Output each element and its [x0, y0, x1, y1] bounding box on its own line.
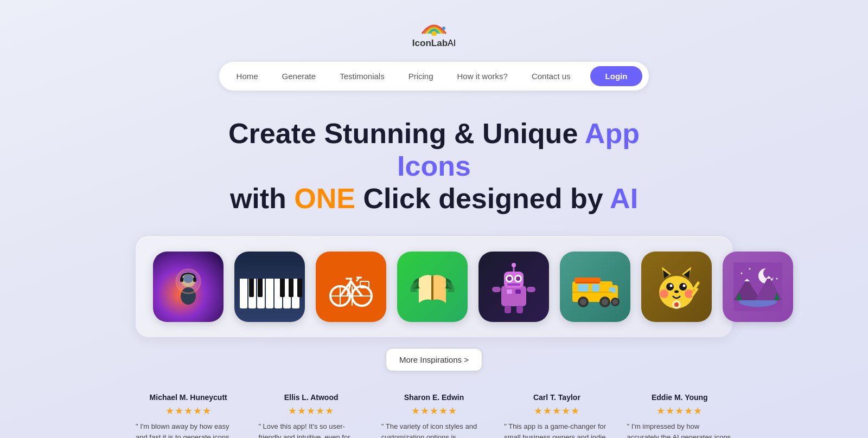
svg-rect-37: [516, 306, 523, 313]
svg-point-61: [674, 291, 679, 293]
app-icon-3: [316, 252, 386, 322]
nav-pricing[interactable]: Pricing: [398, 67, 444, 85]
svg-point-30: [516, 276, 520, 281]
svg-rect-34: [492, 287, 501, 292]
testimonial-stars-3: ★★★★★: [504, 405, 609, 417]
testimonial-card-0: Michael M. Huneycutt ★★★★★ " I'm blown a…: [136, 393, 241, 438]
page-wrapper: IconLabAI Home Generate Testimonials Pri…: [0, 0, 868, 438]
testimonial-stars-0: ★★★★★: [136, 405, 241, 417]
icons-showcase: [136, 236, 732, 337]
testimonial-card-4: Eddie M. Young ★★★★★ " I'm impressed by …: [627, 393, 732, 438]
testimonial-card-1: Ellis L. Atwood ★★★★★ " Love this app! I…: [258, 393, 363, 438]
svg-point-50: [612, 299, 618, 305]
svg-point-5: [183, 274, 193, 283]
app-icon-4: [397, 252, 468, 322]
testimonial-card-3: Carl T. Taylor ★★★★★ " This app is a gam…: [504, 393, 609, 438]
svg-rect-43: [592, 284, 599, 292]
testimonials-section: Michael M. Huneycutt ★★★★★ " I'm blown a…: [136, 393, 732, 438]
login-button[interactable]: Login: [590, 66, 643, 86]
svg-point-8: [181, 287, 196, 305]
hero-title: Create Stunning & Unique App Icons with …: [222, 118, 646, 215]
svg-point-57: [670, 285, 673, 287]
svg-point-29: [507, 276, 512, 281]
nav-testimonials[interactable]: Testimonials: [329, 67, 395, 85]
more-inspirations-button[interactable]: More Inspirations >: [386, 348, 482, 371]
hero-section: Create Stunning & Unique App Icons with …: [222, 118, 646, 215]
logo-area: IconLabAI: [412, 16, 456, 49]
testimonial-stars-1: ★★★★★: [258, 405, 363, 417]
testimonial-text-0: " I'm blown away by how easy and fast it…: [136, 421, 241, 438]
svg-point-75: [749, 268, 751, 270]
testimonial-text-2: " The variety of icon styles and customi…: [381, 421, 487, 438]
nav-contact[interactable]: Contact us: [521, 67, 582, 85]
svg-point-48: [602, 299, 608, 305]
testimonial-text-3: " This app is a game-changer for small b…: [504, 421, 609, 438]
svg-rect-36: [505, 306, 511, 313]
svg-rect-7: [193, 278, 196, 282]
svg-rect-38: [507, 289, 512, 294]
svg-rect-25: [501, 286, 526, 306]
nav-generate[interactable]: Generate: [271, 67, 327, 85]
svg-point-33: [512, 263, 516, 267]
app-icon-1: [153, 252, 224, 322]
app-icon-8: [723, 252, 793, 322]
svg-line-22: [350, 279, 351, 281]
hero-line1-start: Create Stunning & Unique: [228, 118, 585, 149]
testimonial-name-4: Eddie M. Young: [627, 393, 732, 402]
testimonial-text-1: " Love this app! It's so user-friendly a…: [258, 421, 363, 438]
logo-icon: [420, 16, 448, 36]
svg-rect-24: [431, 276, 433, 300]
testimonial-card-2: Sharon E. Edwin ★★★★★ " The variety of i…: [381, 393, 487, 438]
ai-badge: AI: [448, 38, 456, 48]
svg-point-76: [776, 278, 778, 280]
svg-rect-52: [576, 282, 599, 284]
app-icon-6: [560, 252, 630, 322]
hero-line2-start: with: [230, 183, 294, 214]
svg-rect-39: [515, 289, 521, 294]
svg-rect-6: [180, 278, 183, 282]
testimonial-text-4: " I'm impressed by how accurately the AI…: [627, 421, 732, 438]
svg-point-63: [674, 302, 679, 307]
svg-point-1: [442, 27, 445, 30]
svg-point-55: [666, 283, 674, 291]
svg-point-56: [679, 283, 687, 291]
svg-rect-42: [578, 284, 589, 292]
svg-rect-31: [507, 284, 520, 286]
testimonial-name-1: Ellis L. Atwood: [258, 393, 363, 402]
testimonial-stars-2: ★★★★★: [381, 405, 487, 417]
testimonial-stars-4: ★★★★★: [627, 405, 732, 417]
svg-rect-35: [527, 287, 535, 292]
app-icon-2: [234, 252, 305, 322]
hero-ai-highlight: AI: [610, 183, 638, 214]
svg-point-58: [683, 285, 686, 287]
testimonial-name-2: Sharon E. Edwin: [381, 393, 487, 402]
logo-text: IconLabAI: [412, 38, 456, 49]
nav-home[interactable]: Home: [226, 67, 269, 85]
nav-bar: Home Generate Testimonials Pricing How i…: [219, 62, 649, 91]
svg-point-74: [741, 273, 743, 274]
testimonial-name-3: Carl T. Taylor: [504, 393, 609, 402]
svg-point-46: [580, 299, 586, 305]
svg-point-59: [660, 289, 668, 298]
app-icon-5: [478, 252, 549, 322]
testimonial-name-0: Michael M. Huneycutt: [136, 393, 241, 402]
app-icon-7: [641, 252, 712, 322]
hero-one-highlight: ONE: [294, 183, 355, 214]
nav-how-it-works[interactable]: How it works?: [446, 67, 519, 85]
hero-line2-middle: Click designed by: [355, 183, 610, 214]
header: IconLabAI Home Generate Testimonials Pri…: [0, 0, 868, 118]
